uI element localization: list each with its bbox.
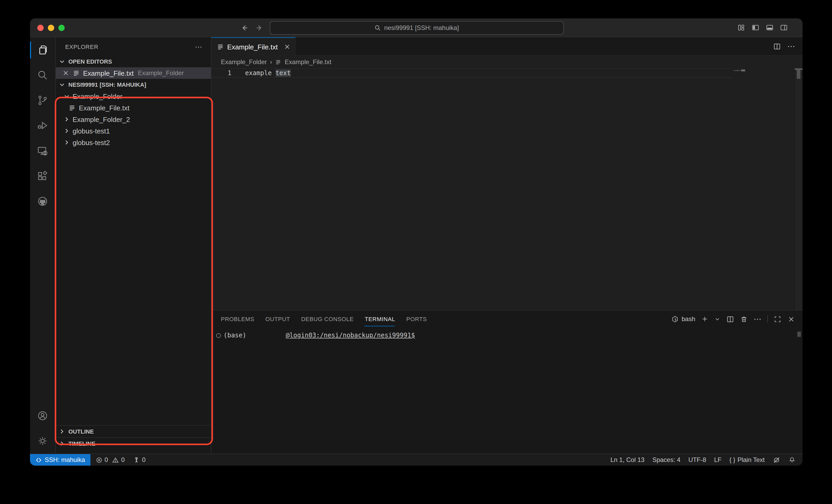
- text-file-icon: [217, 43, 224, 51]
- tree-item-folder[interactable]: globus-test2: [56, 137, 211, 148]
- notifications-bell-icon[interactable]: [788, 456, 796, 464]
- radio-tower-icon: [133, 456, 140, 463]
- open-editors-section-header[interactable]: OPEN EDITORS: [56, 56, 211, 67]
- settings-gear-button[interactable]: [30, 428, 55, 453]
- activity-search-button[interactable]: [30, 62, 55, 88]
- close-window-button[interactable]: [37, 24, 44, 31]
- warning-icon: [112, 456, 119, 463]
- editor-more-actions-icon[interactable]: ⋯: [787, 41, 795, 51]
- terminal-env-prefix: (base): [224, 332, 246, 339]
- chevron-down-icon: [58, 57, 66, 66]
- svg-text:$: $: [675, 317, 676, 321]
- minimize-window-button[interactable]: [48, 24, 54, 31]
- shell-label: bash: [682, 315, 695, 323]
- toggle-secondary-sidebar-icon[interactable]: [780, 24, 788, 31]
- text-file-icon: [68, 104, 76, 111]
- open-editor-folder-label: Example_Folder: [138, 69, 184, 77]
- timeline-section-header[interactable]: TIMELINE: [56, 437, 211, 449]
- minimap[interactable]: example text: [732, 68, 795, 310]
- activity-run-debug-button[interactable]: [30, 113, 55, 138]
- close-icon[interactable]: [284, 43, 291, 51]
- activity-source-control-button[interactable]: [30, 88, 55, 113]
- terminal-prompt-line: (base) @login03:/nesi/nobackup/nesi99991…: [216, 332, 415, 339]
- close-panel-icon[interactable]: [787, 315, 795, 323]
- activity-bar: [30, 37, 56, 453]
- open-editor-item[interactable]: Example_File.txt Example_Folder: [56, 67, 211, 79]
- chevron-right-icon: [58, 427, 66, 436]
- terminal-body[interactable]: (base) @login03:/nesi/nobackup/nesi99991…: [211, 328, 803, 453]
- tab-problems[interactable]: PROBLEMS: [221, 316, 254, 322]
- account-icon: [37, 410, 48, 421]
- editor-body[interactable]: 1 example text example text: [211, 68, 803, 310]
- tab-debug-console[interactable]: DEBUG CONSOLE: [301, 316, 354, 322]
- workspace-section-header[interactable]: NESI99991 [SSH: MAHUIKA]: [56, 79, 211, 90]
- split-editor-icon[interactable]: [773, 42, 781, 50]
- code-text: example: [245, 69, 276, 77]
- indentation[interactable]: Spaces: 4: [652, 456, 680, 464]
- vscode-window: nesi99991 [SSH: mahuika]: [30, 19, 803, 466]
- tab-output[interactable]: OUTPUT: [265, 316, 290, 322]
- outline-section-header[interactable]: OUTLINE: [56, 425, 211, 437]
- bash-shell-icon: $: [671, 315, 679, 323]
- tree-item-file[interactable]: Example_File.txt: [56, 102, 211, 114]
- tree-item-folder[interactable]: globus-test1: [56, 125, 211, 137]
- breadcrumb-file[interactable]: Example_File.txt: [285, 58, 331, 66]
- back-arrow-icon[interactable]: [240, 23, 249, 32]
- terminal-profile-chevron-icon[interactable]: [714, 316, 721, 322]
- close-icon[interactable]: [62, 69, 70, 77]
- code-text-highlighted: text: [276, 69, 291, 77]
- tree-item-folder[interactable]: Example_Folder: [56, 90, 211, 102]
- scrollbar-slider[interactable]: [797, 70, 801, 79]
- tab-example-file[interactable]: Example_File.txt: [211, 37, 295, 56]
- kill-terminal-trash-icon[interactable]: [740, 315, 748, 323]
- zoom-window-button[interactable]: [58, 24, 65, 31]
- breadcrumb-folder[interactable]: Example_Folder: [221, 58, 267, 66]
- title-bar: nesi99991 [SSH: mahuika]: [30, 19, 803, 37]
- chevron-right-icon: [62, 138, 71, 147]
- customize-layout-icon[interactable]: [737, 24, 745, 31]
- debug-icon: [37, 120, 48, 131]
- activity-github-button[interactable]: [30, 189, 55, 214]
- shell-selector[interactable]: $ bash: [671, 315, 695, 323]
- split-terminal-icon[interactable]: [726, 315, 734, 323]
- copilot-disabled-icon[interactable]: [773, 456, 780, 464]
- problems-status[interactable]: 0 0: [96, 456, 125, 464]
- forward-arrow-icon[interactable]: [255, 23, 263, 32]
- toggle-panel-icon[interactable]: [766, 24, 774, 31]
- activity-explorer-button[interactable]: [30, 37, 55, 62]
- chevron-down-icon: [62, 92, 71, 101]
- command-center-search[interactable]: nesi99991 [SSH: mahuika]: [270, 21, 564, 35]
- text-file-icon: [73, 69, 80, 77]
- activity-remote-explorer-button[interactable]: [30, 138, 55, 163]
- git-branch-icon: [37, 94, 48, 106]
- tree-item-folder[interactable]: Example_Folder_2: [56, 114, 211, 125]
- code-line-current: 1 example text: [211, 68, 732, 78]
- editor-scrollbar[interactable]: [794, 68, 803, 310]
- breadcrumb-separator: ›: [270, 58, 272, 66]
- terminal-prompt-path: @login03:/nesi/nobackup/nesi99991$: [286, 332, 415, 339]
- language-mode[interactable]: { }Plain Text: [729, 456, 765, 464]
- remote-indicator[interactable]: SSH: mahuika: [30, 454, 90, 466]
- accounts-button[interactable]: [30, 403, 55, 428]
- tab-terminal[interactable]: TERMINAL: [365, 316, 395, 322]
- remote-icon: [35, 456, 42, 463]
- explorer-more-actions-icon[interactable]: ⋯: [195, 42, 203, 51]
- encoding[interactable]: UTF-8: [688, 456, 706, 464]
- remote-label: SSH: mahuika: [45, 456, 85, 464]
- activity-extensions-button[interactable]: [30, 163, 55, 189]
- toggle-primary-sidebar-icon[interactable]: [752, 24, 759, 31]
- panel-more-actions-icon[interactable]: ⋯: [754, 314, 761, 324]
- brackets-icon: { }: [729, 456, 735, 464]
- bottom-panel: PROBLEMS OUTPUT DEBUG CONSOLE TERMINAL P…: [211, 310, 803, 453]
- new-terminal-plus-icon[interactable]: [701, 315, 708, 323]
- ports-status[interactable]: 0: [133, 456, 146, 464]
- text-file-icon: [275, 59, 282, 65]
- eol-sequence[interactable]: LF: [714, 456, 722, 464]
- tab-ports[interactable]: PORTS: [406, 316, 427, 322]
- cursor-position[interactable]: Ln 1, Col 13: [610, 456, 644, 464]
- terminal-scrollbar-slider[interactable]: [797, 332, 801, 337]
- chevron-right-icon: [62, 127, 71, 135]
- tab-label: Example_File.txt: [227, 43, 278, 51]
- maximize-panel-icon[interactable]: [774, 315, 781, 323]
- panel-tab-bar: PROBLEMS OUTPUT DEBUG CONSOLE TERMINAL P…: [211, 311, 803, 328]
